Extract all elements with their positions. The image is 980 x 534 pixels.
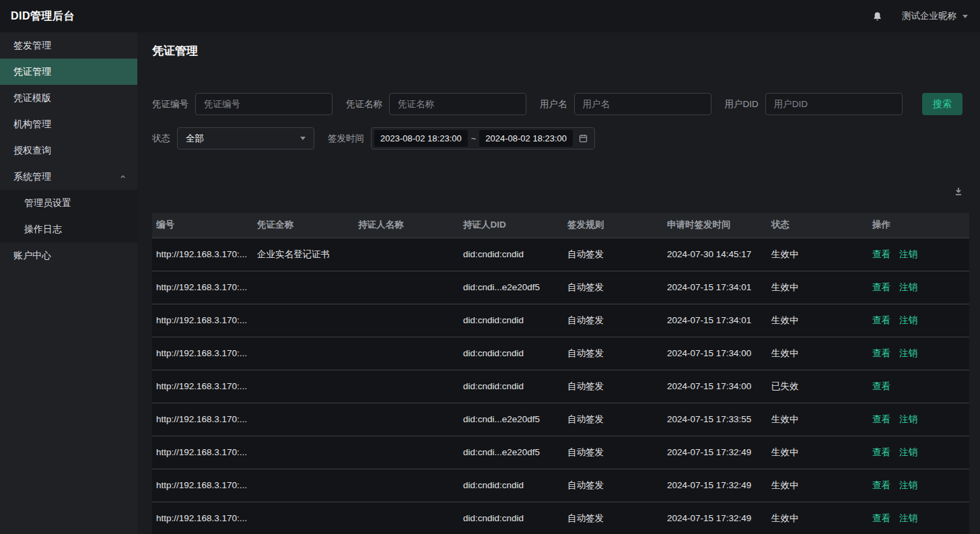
cell-credential-full-name <box>253 271 354 304</box>
cell-holder-did: did:cndid:cndid <box>459 370 563 403</box>
view-link[interactable]: 查看 <box>872 249 890 259</box>
sidebar-item-authorization-query[interactable]: 授权查询 <box>0 137 137 164</box>
app-title: DID管理后台 <box>11 9 75 24</box>
sidebar-item-operation-logs[interactable]: 操作日志 <box>0 216 137 242</box>
cell-actions: 查看注销 <box>868 502 969 534</box>
user-did-input[interactable] <box>765 93 903 115</box>
cell-status: 已失效 <box>767 370 868 403</box>
revoke-link[interactable]: 注销 <box>899 315 917 325</box>
account-name: 测试企业昵称 <box>902 10 956 22</box>
cell-holder-did: did:cndid:cndid <box>459 337 563 370</box>
cell-apply-time: 2024-07-15 17:34:01 <box>663 271 767 304</box>
sidebar-item-label: 管理员设置 <box>24 197 71 209</box>
table-row: http://192.168.3.170:... did:cndid:cndid… <box>152 304 969 337</box>
revoke-link[interactable]: 注销 <box>899 414 917 424</box>
sidebar-item-system-management[interactable]: 系统管理 <box>0 164 137 190</box>
cell-holder-did: did:cndid:cndid <box>459 502 563 534</box>
table-row: http://192.168.3.170:... did:cndi...e2e2… <box>152 271 969 304</box>
cell-actions: 查看注销 <box>868 469 969 502</box>
issue-time-range[interactable]: 2023-08-02 18:23:00 ~ 2024-08-02 18:23:0… <box>371 127 595 149</box>
sidebar-item-org-management[interactable]: 机构管理 <box>0 111 137 137</box>
credential-name-group: 凭证名称 <box>346 93 526 115</box>
table-row: http://192.168.3.170:... did:cndi...e2e2… <box>152 403 969 436</box>
sidebar-item-label: 账户中心 <box>13 250 51 262</box>
credential-name-input[interactable] <box>389 93 526 115</box>
sidebar-item-account-center[interactable]: 账户中心 <box>0 242 137 269</box>
revoke-link[interactable]: 注销 <box>899 348 917 358</box>
sidebar-item-admin-settings[interactable]: 管理员设置 <box>0 190 137 216</box>
table-row: http://192.168.3.170:... did:cndid:cndid… <box>152 337 969 370</box>
cell-actions: 查看 <box>868 370 969 403</box>
table-row: http://192.168.3.170:... did:cndi...e2e2… <box>152 436 969 469</box>
revoke-link[interactable]: 注销 <box>899 282 917 292</box>
cell-issue-rule: 自动签发 <box>563 337 663 370</box>
col-actions: 操作 <box>868 213 969 238</box>
view-link[interactable]: 查看 <box>872 381 890 391</box>
table-row: http://192.168.3.170:... did:cndid:cndid… <box>152 370 969 403</box>
view-link[interactable]: 查看 <box>872 315 890 325</box>
status-select[interactable]: 全部 <box>177 127 314 149</box>
cell-actions: 查看注销 <box>868 238 969 271</box>
view-link[interactable]: 查看 <box>872 414 890 424</box>
cell-status: 生效中 <box>767 403 868 436</box>
revoke-link[interactable]: 注销 <box>899 447 917 457</box>
revoke-link[interactable]: 注销 <box>899 249 917 259</box>
col-holder-did: 持证人DID <box>459 213 563 238</box>
issue-time-separator: ~ <box>471 133 477 143</box>
cell-credential-full-name <box>253 436 354 469</box>
download-icon[interactable] <box>953 186 964 197</box>
cell-holder-did: did:cndid:cndid <box>459 238 563 271</box>
credential-no-group: 凭证编号 <box>152 93 332 115</box>
cell-apply-time: 2024-07-15 17:32:49 <box>663 469 767 502</box>
cell-actions: 查看注销 <box>868 436 969 469</box>
credential-no-input[interactable] <box>195 93 332 115</box>
cell-holder-name <box>354 304 459 337</box>
table-row: http://192.168.3.170:... did:cndid:cndid… <box>152 502 969 534</box>
cell-status: 生效中 <box>767 271 868 304</box>
issue-time-start[interactable]: 2023-08-02 18:23:00 <box>374 130 468 147</box>
username-input[interactable] <box>574 93 711 115</box>
credential-no-label: 凭证编号 <box>152 98 188 110</box>
sidebar-item-issue-management[interactable]: 签发管理 <box>0 32 137 59</box>
sidebar-item-credential-management[interactable]: 凭证管理 <box>0 59 137 85</box>
account-menu[interactable]: 测试企业昵称 <box>902 10 968 22</box>
credential-table-body: http://192.168.3.170:... 企业实名登记证书 did:cn… <box>152 238 969 534</box>
cell-apply-time: 2024-07-15 17:32:49 <box>663 436 767 469</box>
notification-bell-icon[interactable] <box>872 11 883 22</box>
view-link[interactable]: 查看 <box>872 282 890 292</box>
sidebar-item-label: 系统管理 <box>13 171 51 183</box>
topbar-right: 测试企业昵称 <box>872 10 968 22</box>
view-link[interactable]: 查看 <box>872 513 890 523</box>
filter-row-2: 状态 全部 签发时间 2023-08-02 18:23:00 ~ 2024-08… <box>152 127 969 149</box>
issue-time-end[interactable]: 2024-08-02 18:23:00 <box>479 130 573 147</box>
cell-credential-id: http://192.168.3.170:... <box>152 271 253 304</box>
view-link[interactable]: 查看 <box>872 447 890 457</box>
view-link[interactable]: 查看 <box>872 480 890 490</box>
cell-holder-did: did:cndi...e2e20df5 <box>459 403 563 436</box>
select-caret-icon <box>300 137 306 140</box>
cell-credential-full-name <box>253 502 354 534</box>
cell-apply-time: 2024-07-15 17:33:55 <box>663 403 767 436</box>
sidebar: 签发管理 凭证管理 凭证模版 机构管理 授权查询 系统管理 管理员设置 操作日志 <box>0 32 137 534</box>
revoke-link[interactable]: 注销 <box>899 513 917 523</box>
user-did-group: 用户DID <box>725 93 903 115</box>
cell-credential-full-name <box>253 403 354 436</box>
cell-credential-id: http://192.168.3.170:... <box>152 238 253 271</box>
cell-holder-name <box>354 271 459 304</box>
username-label: 用户名 <box>540 98 567 110</box>
sidebar-item-credential-template[interactable]: 凭证模版 <box>0 85 137 111</box>
cell-status: 生效中 <box>767 436 868 469</box>
sidebar-item-label: 授权查询 <box>13 145 51 157</box>
cell-credential-full-name <box>253 469 354 502</box>
cell-holder-name <box>354 502 459 534</box>
cell-credential-full-name <box>253 304 354 337</box>
cell-holder-name <box>354 337 459 370</box>
cell-status: 生效中 <box>767 304 868 337</box>
revoke-link[interactable]: 注销 <box>899 480 917 490</box>
cell-credential-id: http://192.168.3.170:... <box>152 502 253 534</box>
sidebar-item-label: 签发管理 <box>13 40 51 52</box>
cell-holder-did: did:cndi...e2e20df5 <box>459 436 563 469</box>
view-link[interactable]: 查看 <box>872 348 890 358</box>
search-button[interactable]: 搜索 <box>922 93 963 115</box>
table-toolbar <box>152 186 969 197</box>
